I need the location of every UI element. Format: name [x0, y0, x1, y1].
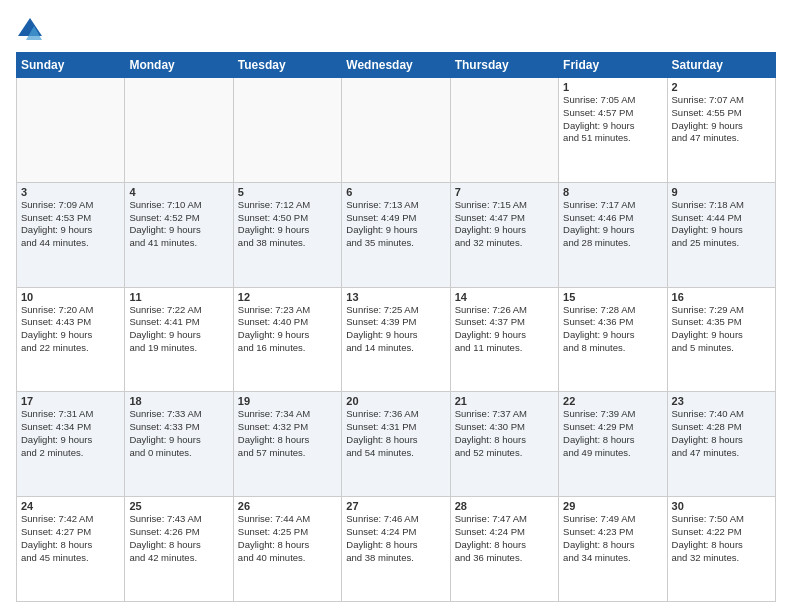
day-info: Sunrise: 7:25 AM Sunset: 4:39 PM Dayligh… [346, 304, 445, 355]
day-number: 20 [346, 395, 445, 407]
day-info: Sunrise: 7:49 AM Sunset: 4:23 PM Dayligh… [563, 513, 662, 564]
day-number: 24 [21, 500, 120, 512]
calendar-cell: 21Sunrise: 7:37 AM Sunset: 4:30 PM Dayli… [450, 392, 558, 497]
day-number: 25 [129, 500, 228, 512]
day-number: 27 [346, 500, 445, 512]
calendar-cell: 30Sunrise: 7:50 AM Sunset: 4:22 PM Dayli… [667, 497, 775, 602]
calendar-cell [233, 78, 341, 183]
calendar-cell [17, 78, 125, 183]
day-info: Sunrise: 7:43 AM Sunset: 4:26 PM Dayligh… [129, 513, 228, 564]
day-number: 30 [672, 500, 771, 512]
calendar-cell: 17Sunrise: 7:31 AM Sunset: 4:34 PM Dayli… [17, 392, 125, 497]
day-info: Sunrise: 7:44 AM Sunset: 4:25 PM Dayligh… [238, 513, 337, 564]
day-number: 13 [346, 291, 445, 303]
day-info: Sunrise: 7:07 AM Sunset: 4:55 PM Dayligh… [672, 94, 771, 145]
weekday-header-thursday: Thursday [450, 53, 558, 78]
calendar-cell: 22Sunrise: 7:39 AM Sunset: 4:29 PM Dayli… [559, 392, 667, 497]
day-info: Sunrise: 7:23 AM Sunset: 4:40 PM Dayligh… [238, 304, 337, 355]
day-info: Sunrise: 7:46 AM Sunset: 4:24 PM Dayligh… [346, 513, 445, 564]
day-number: 28 [455, 500, 554, 512]
day-info: Sunrise: 7:36 AM Sunset: 4:31 PM Dayligh… [346, 408, 445, 459]
day-info: Sunrise: 7:39 AM Sunset: 4:29 PM Dayligh… [563, 408, 662, 459]
calendar-cell: 26Sunrise: 7:44 AM Sunset: 4:25 PM Dayli… [233, 497, 341, 602]
weekday-header-tuesday: Tuesday [233, 53, 341, 78]
calendar-cell: 2Sunrise: 7:07 AM Sunset: 4:55 PM Daylig… [667, 78, 775, 183]
calendar-table: SundayMondayTuesdayWednesdayThursdayFrid… [16, 52, 776, 602]
calendar-cell: 20Sunrise: 7:36 AM Sunset: 4:31 PM Dayli… [342, 392, 450, 497]
header [16, 16, 776, 44]
weekday-header-friday: Friday [559, 53, 667, 78]
calendar-cell [125, 78, 233, 183]
calendar-cell: 18Sunrise: 7:33 AM Sunset: 4:33 PM Dayli… [125, 392, 233, 497]
day-number: 5 [238, 186, 337, 198]
calendar-week-3: 10Sunrise: 7:20 AM Sunset: 4:43 PM Dayli… [17, 287, 776, 392]
calendar-week-1: 1Sunrise: 7:05 AM Sunset: 4:57 PM Daylig… [17, 78, 776, 183]
day-info: Sunrise: 7:17 AM Sunset: 4:46 PM Dayligh… [563, 199, 662, 250]
day-info: Sunrise: 7:22 AM Sunset: 4:41 PM Dayligh… [129, 304, 228, 355]
calendar-cell: 4Sunrise: 7:10 AM Sunset: 4:52 PM Daylig… [125, 182, 233, 287]
day-info: Sunrise: 7:34 AM Sunset: 4:32 PM Dayligh… [238, 408, 337, 459]
calendar-cell: 14Sunrise: 7:26 AM Sunset: 4:37 PM Dayli… [450, 287, 558, 392]
logo [16, 16, 48, 44]
day-info: Sunrise: 7:26 AM Sunset: 4:37 PM Dayligh… [455, 304, 554, 355]
day-number: 10 [21, 291, 120, 303]
day-number: 1 [563, 81, 662, 93]
weekday-header-wednesday: Wednesday [342, 53, 450, 78]
calendar-week-4: 17Sunrise: 7:31 AM Sunset: 4:34 PM Dayli… [17, 392, 776, 497]
day-number: 17 [21, 395, 120, 407]
day-info: Sunrise: 7:18 AM Sunset: 4:44 PM Dayligh… [672, 199, 771, 250]
logo-icon [16, 16, 44, 44]
day-number: 3 [21, 186, 120, 198]
day-info: Sunrise: 7:33 AM Sunset: 4:33 PM Dayligh… [129, 408, 228, 459]
day-number: 15 [563, 291, 662, 303]
day-number: 19 [238, 395, 337, 407]
day-number: 7 [455, 186, 554, 198]
calendar-cell [342, 78, 450, 183]
calendar-cell: 28Sunrise: 7:47 AM Sunset: 4:24 PM Dayli… [450, 497, 558, 602]
calendar-week-2: 3Sunrise: 7:09 AM Sunset: 4:53 PM Daylig… [17, 182, 776, 287]
day-info: Sunrise: 7:29 AM Sunset: 4:35 PM Dayligh… [672, 304, 771, 355]
day-number: 9 [672, 186, 771, 198]
day-number: 2 [672, 81, 771, 93]
page: SundayMondayTuesdayWednesdayThursdayFrid… [0, 0, 792, 612]
day-info: Sunrise: 7:10 AM Sunset: 4:52 PM Dayligh… [129, 199, 228, 250]
day-info: Sunrise: 7:20 AM Sunset: 4:43 PM Dayligh… [21, 304, 120, 355]
calendar-cell: 13Sunrise: 7:25 AM Sunset: 4:39 PM Dayli… [342, 287, 450, 392]
day-info: Sunrise: 7:12 AM Sunset: 4:50 PM Dayligh… [238, 199, 337, 250]
calendar-cell: 29Sunrise: 7:49 AM Sunset: 4:23 PM Dayli… [559, 497, 667, 602]
day-number: 16 [672, 291, 771, 303]
day-info: Sunrise: 7:05 AM Sunset: 4:57 PM Dayligh… [563, 94, 662, 145]
day-number: 12 [238, 291, 337, 303]
day-info: Sunrise: 7:13 AM Sunset: 4:49 PM Dayligh… [346, 199, 445, 250]
calendar-cell: 19Sunrise: 7:34 AM Sunset: 4:32 PM Dayli… [233, 392, 341, 497]
calendar-cell: 24Sunrise: 7:42 AM Sunset: 4:27 PM Dayli… [17, 497, 125, 602]
calendar-cell: 9Sunrise: 7:18 AM Sunset: 4:44 PM Daylig… [667, 182, 775, 287]
calendar-cell: 11Sunrise: 7:22 AM Sunset: 4:41 PM Dayli… [125, 287, 233, 392]
calendar-week-5: 24Sunrise: 7:42 AM Sunset: 4:27 PM Dayli… [17, 497, 776, 602]
calendar-cell: 5Sunrise: 7:12 AM Sunset: 4:50 PM Daylig… [233, 182, 341, 287]
calendar-cell: 8Sunrise: 7:17 AM Sunset: 4:46 PM Daylig… [559, 182, 667, 287]
day-number: 18 [129, 395, 228, 407]
day-info: Sunrise: 7:47 AM Sunset: 4:24 PM Dayligh… [455, 513, 554, 564]
calendar-cell: 7Sunrise: 7:15 AM Sunset: 4:47 PM Daylig… [450, 182, 558, 287]
day-number: 8 [563, 186, 662, 198]
calendar-cell: 12Sunrise: 7:23 AM Sunset: 4:40 PM Dayli… [233, 287, 341, 392]
day-number: 11 [129, 291, 228, 303]
day-info: Sunrise: 7:15 AM Sunset: 4:47 PM Dayligh… [455, 199, 554, 250]
calendar-cell: 6Sunrise: 7:13 AM Sunset: 4:49 PM Daylig… [342, 182, 450, 287]
day-number: 14 [455, 291, 554, 303]
day-info: Sunrise: 7:28 AM Sunset: 4:36 PM Dayligh… [563, 304, 662, 355]
calendar-cell: 25Sunrise: 7:43 AM Sunset: 4:26 PM Dayli… [125, 497, 233, 602]
calendar-cell: 1Sunrise: 7:05 AM Sunset: 4:57 PM Daylig… [559, 78, 667, 183]
calendar-cell: 15Sunrise: 7:28 AM Sunset: 4:36 PM Dayli… [559, 287, 667, 392]
day-number: 29 [563, 500, 662, 512]
calendar-cell: 27Sunrise: 7:46 AM Sunset: 4:24 PM Dayli… [342, 497, 450, 602]
day-info: Sunrise: 7:37 AM Sunset: 4:30 PM Dayligh… [455, 408, 554, 459]
day-info: Sunrise: 7:50 AM Sunset: 4:22 PM Dayligh… [672, 513, 771, 564]
calendar-cell: 10Sunrise: 7:20 AM Sunset: 4:43 PM Dayli… [17, 287, 125, 392]
day-number: 26 [238, 500, 337, 512]
calendar-cell: 3Sunrise: 7:09 AM Sunset: 4:53 PM Daylig… [17, 182, 125, 287]
day-number: 21 [455, 395, 554, 407]
weekday-header-sunday: Sunday [17, 53, 125, 78]
weekday-header-row: SundayMondayTuesdayWednesdayThursdayFrid… [17, 53, 776, 78]
